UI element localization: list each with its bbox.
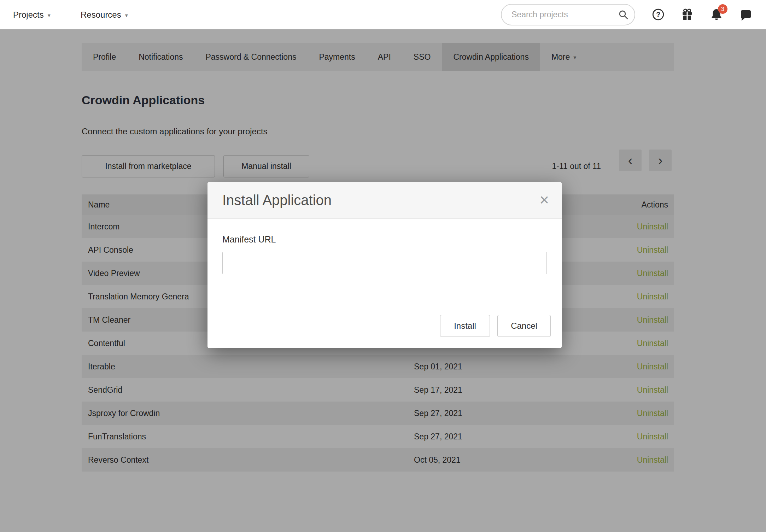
chevron-down-icon: ▾ [125, 12, 128, 19]
svg-text:?: ? [656, 11, 660, 18]
messages-button[interactable] [739, 8, 753, 22]
modal-body: Manifest URL [207, 219, 562, 274]
install-application-modal: Install Application × Manifest URL Insta… [207, 182, 562, 348]
notifications-button[interactable]: 3 [709, 7, 724, 22]
search-input[interactable] [501, 4, 635, 25]
gift-button[interactable] [680, 7, 694, 22]
resources-menu-label: Resources [81, 10, 121, 20]
modal-footer: Install Cancel [207, 303, 562, 348]
chevron-down-icon: ▾ [48, 12, 51, 19]
install-button[interactable]: Install [440, 315, 490, 337]
chat-icon [739, 17, 753, 23]
top-navbar: Projects ▾ Resources ▾ ? [0, 0, 766, 29]
search-icon[interactable] [618, 10, 629, 22]
close-icon[interactable]: × [539, 192, 549, 208]
projects-menu-label: Projects [13, 10, 44, 20]
projects-menu[interactable]: Projects ▾ [13, 0, 51, 29]
search-box [501, 4, 635, 25]
modal-header: Install Application × [207, 182, 562, 219]
notification-badge: 3 [718, 4, 727, 14]
resources-menu[interactable]: Resources ▾ [81, 0, 128, 29]
cancel-button[interactable]: Cancel [497, 315, 551, 337]
bell-icon [709, 17, 724, 23]
help-button[interactable]: ? [651, 8, 666, 22]
help-icon: ? [651, 16, 665, 22]
modal-title: Install Application [222, 192, 332, 208]
gift-icon [680, 17, 694, 23]
manifest-url-input[interactable] [222, 252, 547, 274]
manifest-url-label: Manifest URL [222, 234, 547, 245]
